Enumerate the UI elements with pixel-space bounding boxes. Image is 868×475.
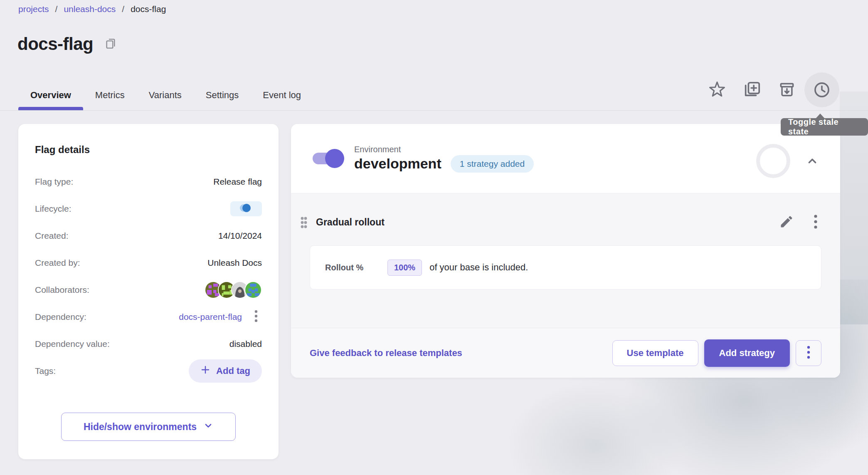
tab-settings[interactable]: Settings — [194, 80, 251, 111]
add-tag-label: Add tag — [216, 366, 250, 376]
flag-toolbar — [700, 72, 839, 107]
add-strategy-button[interactable]: Add strategy — [704, 339, 790, 367]
stale-toggle-button[interactable] — [804, 72, 839, 107]
created-by-value: Unleash Docs — [207, 258, 262, 268]
strategy-count-badge: 1 strategy added — [451, 155, 534, 173]
plus-icon — [200, 365, 210, 377]
breadcrumb-current: docs-flag — [131, 4, 166, 14]
created-label: Created: — [35, 231, 69, 241]
collaborators-row: Collaborators: — [35, 276, 262, 303]
star-icon — [708, 80, 726, 100]
strategy-menu-button[interactable] — [810, 212, 821, 233]
tooltip: Toggle stale state — [781, 118, 868, 136]
rollout-label: Rollout % — [325, 263, 387, 272]
created-value: 14/10/2024 — [218, 231, 262, 241]
tabs-divider — [0, 110, 868, 111]
dependency-value-row: Dependency value: disabled — [35, 330, 262, 357]
environment-header: Environment development 1 strategy added — [291, 124, 840, 193]
breadcrumb-project-name[interactable]: unleash-docs — [64, 4, 116, 14]
created-row: Created: 14/10/2024 — [35, 222, 262, 249]
lifecycle-stage-badge[interactable] — [230, 201, 262, 216]
avatar — [244, 281, 262, 299]
lifecycle-label: Lifecycle: — [35, 204, 72, 214]
flag-type-value: Release flag — [213, 177, 262, 187]
environment-menu-button[interactable] — [796, 340, 821, 366]
metrics-ring — [756, 144, 790, 178]
drag-handle-icon[interactable] — [296, 213, 312, 233]
release-templates-feedback-link[interactable]: Give feedback to release templates — [310, 348, 612, 359]
hide-show-environments-button[interactable]: Hide/show environments — [61, 413, 236, 441]
created-by-label: Created by: — [35, 258, 80, 268]
environment-footer: Give feedback to release templates Use t… — [291, 328, 840, 378]
chevron-down-icon — [203, 421, 213, 433]
breadcrumb: projects / unleash-docs / docs-flag — [18, 4, 166, 14]
lifecycle-live-icon — [239, 203, 254, 215]
clock-icon — [812, 80, 831, 100]
copy-name-button[interactable] — [102, 35, 119, 53]
dependency-value-label: Dependency value: — [35, 339, 110, 349]
add-tag-button[interactable]: Add tag — [189, 359, 262, 383]
strategy-name: Gradual rollout — [316, 217, 385, 228]
kebab-menu-icon — [252, 309, 260, 324]
copy-flag-button[interactable] — [735, 72, 769, 107]
environment-card: Environment development 1 strategy added — [291, 124, 840, 378]
tags-label: Tags: — [35, 366, 56, 376]
strategy-section: Gradual rollout — [291, 193, 840, 328]
tooltip-text: Toggle stale state — [788, 117, 861, 136]
dependency-row: Dependency: docs-parent-flag — [35, 303, 262, 330]
favorite-button[interactable] — [700, 72, 735, 107]
kebab-menu-icon — [805, 345, 812, 361]
flag-details-heading: Flag details — [35, 144, 262, 156]
dependency-label: Dependency: — [35, 312, 86, 322]
breadcrumb-projects[interactable]: projects — [18, 4, 49, 14]
chevron-up-icon — [806, 162, 819, 168]
strategy-header: Gradual rollout — [296, 212, 821, 233]
collaborator-avatars — [205, 281, 262, 299]
archive-icon — [778, 80, 796, 100]
copy-icon — [104, 37, 117, 52]
rollout-summary: Rollout % 100% of your base is included. — [310, 245, 821, 289]
environment-toggle[interactable] — [313, 153, 343, 164]
kebab-menu-icon — [811, 213, 820, 231]
dependency-link[interactable]: docs-parent-flag — [179, 312, 242, 322]
copy-add-icon — [742, 80, 762, 100]
edit-pencil-icon — [779, 214, 794, 230]
environment-name: development — [354, 156, 441, 172]
lifecycle-row: Lifecycle: — [35, 195, 262, 222]
collaborators-label: Collaborators: — [35, 285, 89, 295]
tab-variants[interactable]: Variants — [137, 80, 194, 111]
flag-type-row: Flag type: Release flag — [35, 168, 262, 195]
dependency-menu-button[interactable] — [250, 307, 262, 326]
environment-label: Environment — [354, 145, 534, 154]
rollout-description: of your base is included. — [429, 262, 528, 273]
dependency-value: disabled — [229, 339, 262, 349]
tab-metrics[interactable]: Metrics — [83, 80, 137, 111]
breadcrumb-separator: / — [122, 4, 124, 14]
use-template-button[interactable]: Use template — [612, 340, 698, 366]
breadcrumb-separator: / — [55, 4, 58, 14]
created-by-row: Created by: Unleash Docs — [35, 249, 262, 276]
page-title: docs-flag — [17, 34, 93, 54]
archive-button[interactable] — [769, 72, 804, 107]
collapse-environment-button[interactable] — [804, 153, 820, 170]
tab-overview[interactable]: Overview — [18, 80, 83, 111]
flag-tabs: Overview Metrics Variants Settings Event… — [18, 80, 313, 111]
tab-event-log[interactable]: Event log — [251, 80, 313, 111]
page-header: docs-flag — [17, 34, 119, 54]
rollout-percentage-chip: 100% — [387, 260, 422, 276]
edit-strategy-button[interactable] — [777, 213, 796, 232]
tags-row: Tags: Add tag — [35, 357, 262, 384]
flag-type-label: Flag type: — [35, 177, 73, 187]
toggle-knob — [325, 149, 344, 168]
hide-show-environments-label: Hide/show environments — [84, 421, 197, 433]
flag-details-card: Flag details Flag type: Release flag Lif… — [18, 124, 279, 459]
